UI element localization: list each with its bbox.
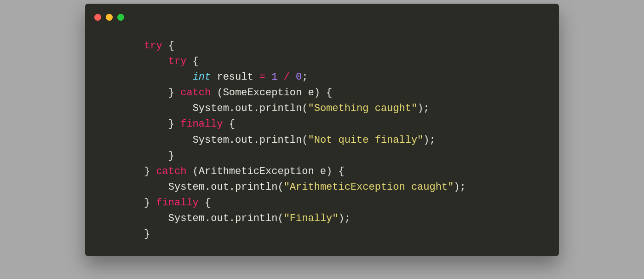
code-token-dot: . bbox=[205, 181, 211, 193]
code-token-keyword: = bbox=[259, 71, 265, 83]
code-token-punct: } bbox=[168, 118, 180, 130]
code-token-punct: { bbox=[223, 118, 235, 130]
code-token-keyword: / bbox=[284, 71, 290, 83]
code-token-keyword: finally bbox=[180, 118, 223, 130]
code-token-ident: System bbox=[168, 213, 205, 224]
code-token-punct: ); bbox=[417, 103, 429, 114]
code-token-punct: } bbox=[144, 166, 156, 177]
code-token-punct: ); bbox=[339, 213, 351, 224]
code-token-punct: { bbox=[199, 197, 211, 209]
code-token-dot: . bbox=[229, 134, 235, 146]
code-token-ident: out bbox=[235, 134, 253, 146]
code-token-ident: println bbox=[235, 181, 277, 193]
code-token-punct: } bbox=[144, 197, 156, 209]
code-token-dot: . bbox=[229, 213, 235, 224]
code-token-keyword: try bbox=[168, 56, 187, 67]
minimize-icon[interactable] bbox=[106, 14, 113, 21]
code-token-punct: ( bbox=[302, 103, 308, 114]
code-token-punct: } bbox=[168, 87, 180, 99]
code-token-builtin: int bbox=[193, 71, 211, 83]
code-token-indent bbox=[144, 134, 193, 146]
code-token-ident: println bbox=[235, 213, 277, 224]
code-token-punct: } bbox=[144, 228, 150, 240]
code-token-punct: ( bbox=[211, 87, 223, 99]
code-token-ident: out bbox=[211, 181, 229, 193]
code-token-number: 0 bbox=[296, 71, 302, 83]
code-token-indent bbox=[144, 71, 193, 83]
code-token-ident: result bbox=[211, 71, 259, 83]
code-token-keyword: finally bbox=[156, 197, 198, 209]
code-token-punct: ( bbox=[277, 213, 283, 224]
code-token-punct: ( bbox=[302, 134, 308, 146]
code-token-punct: { bbox=[162, 40, 174, 52]
maximize-icon[interactable] bbox=[117, 14, 124, 21]
code-token-punct: ( bbox=[186, 166, 198, 177]
code-token-ident bbox=[265, 71, 271, 83]
code-token-indent bbox=[144, 118, 168, 130]
code-token-ident: System bbox=[193, 134, 229, 146]
code-token-keyword: catch bbox=[180, 87, 211, 99]
code-token-punct: ) { bbox=[326, 166, 345, 177]
code-token-dot: . bbox=[229, 103, 235, 114]
code-token-ident: System bbox=[193, 103, 229, 114]
traffic-lights bbox=[94, 14, 546, 21]
close-icon[interactable] bbox=[94, 14, 101, 21]
code-token-ident: SomeException e bbox=[223, 87, 314, 99]
code-token-indent bbox=[144, 56, 168, 67]
code-token-dot: . bbox=[253, 134, 259, 146]
code-token-ident: println bbox=[259, 103, 302, 114]
code-token-ident: out bbox=[235, 103, 253, 114]
code-block: try { try { int result = 1 / 0; } catch … bbox=[144, 38, 546, 242]
code-token-punct: ( bbox=[277, 181, 283, 193]
code-token-indent bbox=[144, 87, 168, 99]
code-token-indent bbox=[144, 150, 168, 162]
code-token-dot: . bbox=[229, 181, 235, 193]
code-token-ident bbox=[290, 71, 296, 83]
code-token-punct: ; bbox=[302, 71, 308, 83]
code-token-number: 1 bbox=[271, 71, 277, 83]
code-token-punct: } bbox=[168, 150, 174, 162]
code-token-ident bbox=[277, 71, 283, 83]
code-token-string: "Not quite finally" bbox=[308, 134, 423, 146]
code-token-string: "Something caught" bbox=[308, 103, 417, 114]
code-token-dot: . bbox=[253, 103, 259, 114]
code-token-keyword: try bbox=[144, 40, 162, 52]
code-token-indent bbox=[144, 213, 168, 224]
code-token-punct: { bbox=[186, 56, 198, 67]
code-token-string: "Finally" bbox=[284, 213, 339, 224]
code-token-keyword: catch bbox=[156, 166, 186, 177]
code-token-punct: ) { bbox=[314, 87, 333, 99]
code-token-indent bbox=[144, 103, 193, 114]
code-token-ident: ArithmeticException e bbox=[199, 166, 326, 177]
code-token-indent bbox=[144, 181, 168, 193]
code-token-ident: System bbox=[168, 181, 205, 193]
code-token-string: "ArithmeticException caught" bbox=[284, 181, 454, 193]
code-token-ident: out bbox=[211, 213, 229, 224]
code-token-dot: . bbox=[205, 213, 211, 224]
code-token-punct: ); bbox=[454, 181, 466, 193]
code-token-ident: println bbox=[259, 134, 302, 146]
code-window: try { try { int result = 1 / 0; } catch … bbox=[85, 4, 559, 256]
code-token-punct: ); bbox=[423, 134, 435, 146]
